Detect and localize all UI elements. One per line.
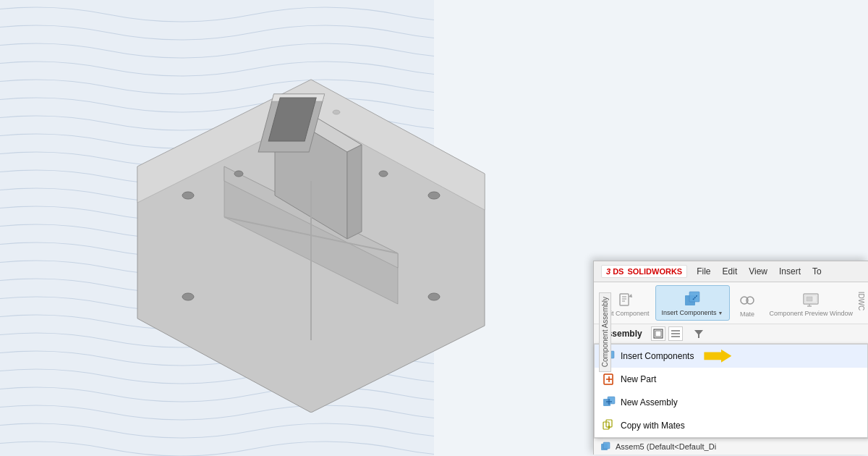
assembly-bar: Assembly bbox=[594, 324, 868, 344]
sw-logo-text: SOLIDWORKS bbox=[627, 267, 682, 276]
component-preview-label: Component Preview Window bbox=[770, 310, 854, 318]
dropdown-new-part-label: New Part bbox=[621, 374, 656, 384]
solidworks-logo: 3 DS SOLIDWORKS bbox=[601, 265, 687, 278]
yellow-arrow-annotation bbox=[704, 350, 731, 363]
status-icon bbox=[600, 441, 611, 452]
copy-with-mates-icon bbox=[602, 418, 616, 433]
new-assembly-icon bbox=[602, 395, 616, 410]
status-bar: Assem5 (Default<Default_Di bbox=[594, 438, 868, 455]
new-part-icon bbox=[602, 372, 616, 387]
component-preview-icon bbox=[801, 290, 821, 310]
dropdown-new-assembly-label: New Assembly bbox=[621, 397, 678, 408]
svg-point-11 bbox=[182, 192, 194, 199]
ribbon-toolbar: Edit Component Insert Components ▼ bbox=[594, 282, 868, 324]
svg-rect-20 bbox=[620, 294, 629, 305]
menu-to[interactable]: To bbox=[810, 266, 824, 277]
ds-logo-ds: DS bbox=[613, 267, 624, 276]
svg-point-15 bbox=[234, 171, 243, 177]
svg-point-12 bbox=[428, 192, 440, 199]
svg-rect-25 bbox=[689, 292, 699, 302]
edit-component-icon bbox=[616, 290, 636, 310]
insert-components-button[interactable]: Insert Components ▼ bbox=[655, 285, 730, 321]
menu-insert[interactable]: Insert bbox=[777, 266, 803, 277]
svg-rect-30 bbox=[807, 297, 812, 301]
menu-edit[interactable]: Edit bbox=[720, 266, 740, 277]
dropdown-new-part[interactable]: New Part bbox=[595, 368, 867, 391]
svg-point-13 bbox=[182, 293, 194, 300]
status-text: Assem5 (Default<Default_Di bbox=[616, 442, 716, 451]
component-assembly-label: Component Assembly bbox=[599, 292, 611, 372]
dropdown-menu: Insert Components New Part bbox=[594, 344, 868, 438]
insert-components-dropdown-arrow[interactable]: ▼ bbox=[718, 311, 723, 316]
dropdown-insert-components[interactable]: Insert Components bbox=[595, 345, 867, 368]
ds-logo-text: 3 bbox=[606, 267, 610, 276]
svg-rect-34 bbox=[655, 331, 661, 337]
svg-point-19 bbox=[333, 110, 340, 114]
insert-components-icon bbox=[682, 289, 702, 309]
svg-marker-38 bbox=[694, 330, 703, 338]
svg-point-16 bbox=[379, 171, 388, 177]
svg-marker-7 bbox=[347, 145, 362, 239]
dropdown-copy-with-mates[interactable]: Copy with Mates bbox=[595, 414, 867, 437]
svg-point-50 bbox=[608, 426, 610, 428]
solidworks-panel: 3 DS SOLIDWORKS File Edit View Insert To bbox=[593, 261, 868, 455]
filter-icon[interactable] bbox=[692, 326, 706, 341]
dropdown-copy-with-mates-label: Copy with Mates bbox=[621, 421, 685, 431]
mate-icon bbox=[737, 290, 757, 311]
svg-point-14 bbox=[428, 293, 440, 300]
idworks-label: IDWC bbox=[857, 292, 865, 311]
icon-list-view[interactable] bbox=[668, 326, 683, 341]
icon-box-view[interactable] bbox=[651, 326, 665, 341]
titlebar: 3 DS SOLIDWORKS File Edit View Insert To bbox=[594, 261, 868, 282]
3d-model-svg bbox=[80, 36, 542, 413]
mate-label: Mate bbox=[740, 311, 754, 318]
menu-file[interactable]: File bbox=[694, 266, 712, 277]
svg-rect-52 bbox=[603, 442, 610, 449]
3d-model-area bbox=[58, 22, 564, 427]
menu-bar: File Edit View Insert To bbox=[694, 266, 824, 277]
dropdown-new-assembly[interactable]: New Assembly bbox=[595, 391, 867, 414]
menu-view[interactable]: View bbox=[746, 266, 770, 277]
mate-button[interactable]: Mate bbox=[731, 287, 764, 321]
insert-components-label: Insert Components bbox=[662, 309, 717, 317]
dropdown-insert-components-label: Insert Components bbox=[621, 351, 694, 361]
component-preview-button[interactable]: Component Preview Window bbox=[765, 287, 858, 321]
